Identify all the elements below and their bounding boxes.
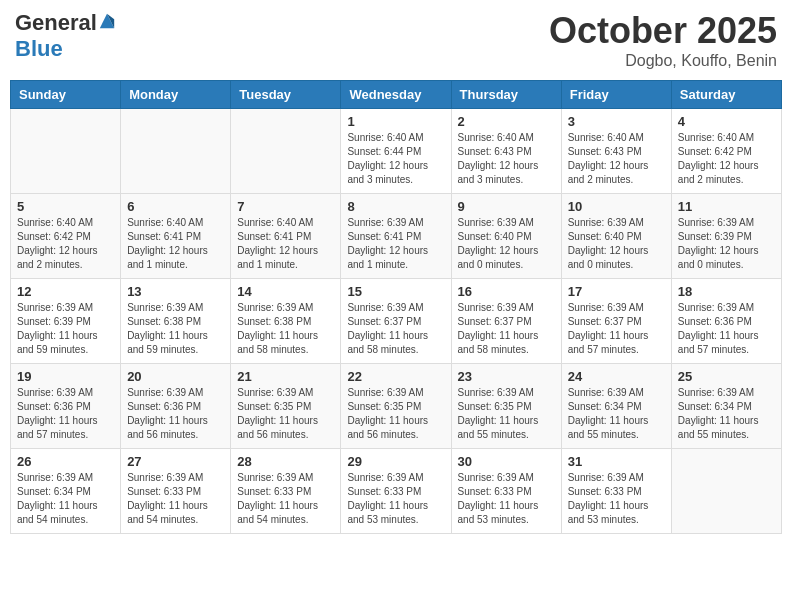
day-info: Sunrise: 6:39 AM Sunset: 6:35 PM Dayligh… [347,386,444,442]
day-info: Sunrise: 6:39 AM Sunset: 6:33 PM Dayligh… [568,471,665,527]
day-number: 22 [347,369,444,384]
day-cell: 15Sunrise: 6:39 AM Sunset: 6:37 PM Dayli… [341,279,451,364]
day-cell: 21Sunrise: 6:39 AM Sunset: 6:35 PM Dayli… [231,364,341,449]
day-info: Sunrise: 6:39 AM Sunset: 6:36 PM Dayligh… [678,301,775,357]
header-wednesday: Wednesday [341,81,451,109]
week-row-4: 26Sunrise: 6:39 AM Sunset: 6:34 PM Dayli… [11,449,782,534]
day-info: Sunrise: 6:39 AM Sunset: 6:37 PM Dayligh… [568,301,665,357]
day-info: Sunrise: 6:40 AM Sunset: 6:41 PM Dayligh… [127,216,224,272]
day-info: Sunrise: 6:39 AM Sunset: 6:33 PM Dayligh… [458,471,555,527]
day-info: Sunrise: 6:39 AM Sunset: 6:35 PM Dayligh… [237,386,334,442]
title-block: October 2025 Dogbo, Kouffo, Benin [549,10,777,70]
day-number: 16 [458,284,555,299]
day-cell [671,449,781,534]
day-info: Sunrise: 6:39 AM Sunset: 6:34 PM Dayligh… [678,386,775,442]
day-cell: 28Sunrise: 6:39 AM Sunset: 6:33 PM Dayli… [231,449,341,534]
day-info: Sunrise: 6:39 AM Sunset: 6:40 PM Dayligh… [458,216,555,272]
day-number: 1 [347,114,444,129]
day-cell: 30Sunrise: 6:39 AM Sunset: 6:33 PM Dayli… [451,449,561,534]
day-cell: 3Sunrise: 6:40 AM Sunset: 6:43 PM Daylig… [561,109,671,194]
day-number: 24 [568,369,665,384]
day-cell: 22Sunrise: 6:39 AM Sunset: 6:35 PM Dayli… [341,364,451,449]
day-number: 4 [678,114,775,129]
day-number: 9 [458,199,555,214]
day-cell: 31Sunrise: 6:39 AM Sunset: 6:33 PM Dayli… [561,449,671,534]
day-number: 27 [127,454,224,469]
calendar-subtitle: Dogbo, Kouffo, Benin [549,52,777,70]
day-cell: 8Sunrise: 6:39 AM Sunset: 6:41 PM Daylig… [341,194,451,279]
day-info: Sunrise: 6:39 AM Sunset: 6:37 PM Dayligh… [347,301,444,357]
day-number: 7 [237,199,334,214]
day-info: Sunrise: 6:40 AM Sunset: 6:43 PM Dayligh… [568,131,665,187]
day-info: Sunrise: 6:39 AM Sunset: 6:39 PM Dayligh… [17,301,114,357]
day-cell [121,109,231,194]
day-info: Sunrise: 6:40 AM Sunset: 6:41 PM Dayligh… [237,216,334,272]
day-cell: 9Sunrise: 6:39 AM Sunset: 6:40 PM Daylig… [451,194,561,279]
day-cell: 26Sunrise: 6:39 AM Sunset: 6:34 PM Dayli… [11,449,121,534]
day-number: 20 [127,369,224,384]
logo-general: General [15,10,97,36]
day-number: 18 [678,284,775,299]
day-info: Sunrise: 6:39 AM Sunset: 6:39 PM Dayligh… [678,216,775,272]
day-number: 10 [568,199,665,214]
calendar-table: SundayMondayTuesdayWednesdayThursdayFrid… [10,80,782,534]
day-cell: 25Sunrise: 6:39 AM Sunset: 6:34 PM Dayli… [671,364,781,449]
day-info: Sunrise: 6:39 AM Sunset: 6:33 PM Dayligh… [237,471,334,527]
day-number: 25 [678,369,775,384]
day-number: 11 [678,199,775,214]
day-info: Sunrise: 6:39 AM Sunset: 6:33 PM Dayligh… [127,471,224,527]
header-monday: Monday [121,81,231,109]
header-thursday: Thursday [451,81,561,109]
logo-icon [98,12,116,30]
day-info: Sunrise: 6:40 AM Sunset: 6:42 PM Dayligh… [678,131,775,187]
day-number: 3 [568,114,665,129]
day-cell: 18Sunrise: 6:39 AM Sunset: 6:36 PM Dayli… [671,279,781,364]
day-number: 12 [17,284,114,299]
week-row-3: 19Sunrise: 6:39 AM Sunset: 6:36 PM Dayli… [11,364,782,449]
day-number: 6 [127,199,224,214]
day-cell: 12Sunrise: 6:39 AM Sunset: 6:39 PM Dayli… [11,279,121,364]
header-row: SundayMondayTuesdayWednesdayThursdayFrid… [11,81,782,109]
day-cell: 13Sunrise: 6:39 AM Sunset: 6:38 PM Dayli… [121,279,231,364]
day-cell: 10Sunrise: 6:39 AM Sunset: 6:40 PM Dayli… [561,194,671,279]
day-cell: 11Sunrise: 6:39 AM Sunset: 6:39 PM Dayli… [671,194,781,279]
day-info: Sunrise: 6:39 AM Sunset: 6:34 PM Dayligh… [568,386,665,442]
day-number: 30 [458,454,555,469]
day-cell: 16Sunrise: 6:39 AM Sunset: 6:37 PM Dayli… [451,279,561,364]
logo: General Blue [15,10,116,62]
day-info: Sunrise: 6:39 AM Sunset: 6:38 PM Dayligh… [127,301,224,357]
day-cell: 6Sunrise: 6:40 AM Sunset: 6:41 PM Daylig… [121,194,231,279]
header-saturday: Saturday [671,81,781,109]
day-number: 26 [17,454,114,469]
header-sunday: Sunday [11,81,121,109]
day-cell: 20Sunrise: 6:39 AM Sunset: 6:36 PM Dayli… [121,364,231,449]
day-number: 31 [568,454,665,469]
week-row-2: 12Sunrise: 6:39 AM Sunset: 6:39 PM Dayli… [11,279,782,364]
day-cell: 1Sunrise: 6:40 AM Sunset: 6:44 PM Daylig… [341,109,451,194]
day-cell [231,109,341,194]
day-info: Sunrise: 6:39 AM Sunset: 6:33 PM Dayligh… [347,471,444,527]
day-cell: 14Sunrise: 6:39 AM Sunset: 6:38 PM Dayli… [231,279,341,364]
day-cell: 7Sunrise: 6:40 AM Sunset: 6:41 PM Daylig… [231,194,341,279]
week-row-0: 1Sunrise: 6:40 AM Sunset: 6:44 PM Daylig… [11,109,782,194]
page-header: General Blue October 2025 Dogbo, Kouffo,… [10,10,782,70]
day-cell: 17Sunrise: 6:39 AM Sunset: 6:37 PM Dayli… [561,279,671,364]
day-info: Sunrise: 6:39 AM Sunset: 6:40 PM Dayligh… [568,216,665,272]
day-number: 21 [237,369,334,384]
day-cell: 24Sunrise: 6:39 AM Sunset: 6:34 PM Dayli… [561,364,671,449]
day-cell: 29Sunrise: 6:39 AM Sunset: 6:33 PM Dayli… [341,449,451,534]
calendar-title: October 2025 [549,10,777,52]
day-number: 15 [347,284,444,299]
day-number: 17 [568,284,665,299]
day-number: 14 [237,284,334,299]
day-number: 28 [237,454,334,469]
day-cell [11,109,121,194]
header-friday: Friday [561,81,671,109]
day-number: 13 [127,284,224,299]
day-cell: 27Sunrise: 6:39 AM Sunset: 6:33 PM Dayli… [121,449,231,534]
day-cell: 2Sunrise: 6:40 AM Sunset: 6:43 PM Daylig… [451,109,561,194]
week-row-1: 5Sunrise: 6:40 AM Sunset: 6:42 PM Daylig… [11,194,782,279]
day-cell: 4Sunrise: 6:40 AM Sunset: 6:42 PM Daylig… [671,109,781,194]
day-number: 5 [17,199,114,214]
day-info: Sunrise: 6:40 AM Sunset: 6:43 PM Dayligh… [458,131,555,187]
